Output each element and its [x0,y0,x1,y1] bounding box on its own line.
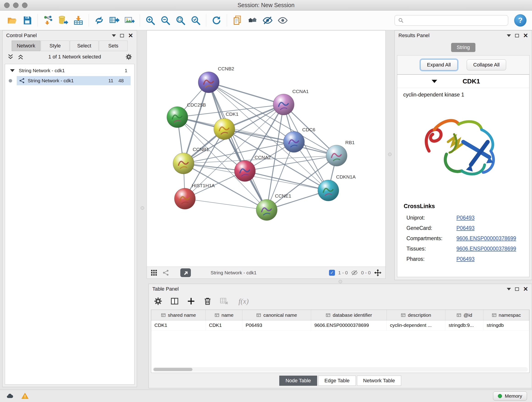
column-header[interactable]: @id [445,310,483,320]
new-network-from-selection-button[interactable] [93,14,106,27]
genecard-link[interactable]: P06493 [456,225,475,231]
network-node-CCNE1[interactable]: CCNE1 [256,193,291,220]
show-all-button[interactable] [276,14,289,27]
save-session-button[interactable] [21,14,34,27]
tissues-link[interactable]: 9606.ENSP00000378699 [456,246,516,252]
network-node-CCNB1[interactable]: CCNB1 [173,147,209,174]
left-splitter-grip[interactable] [141,206,144,210]
right-splitter-grip[interactable] [388,153,392,156]
selected-checkbox[interactable]: ✓ [329,270,335,276]
network-node-CDC25B[interactable]: CDC25B [167,102,206,128]
network-edge[interactable] [209,82,267,210]
column-header[interactable]: shared name [151,310,206,320]
tab-select[interactable]: Select [70,41,99,51]
tab-edge-table[interactable]: Edge Table [318,376,356,386]
tree-caret-icon[interactable] [10,69,15,72]
tab-network[interactable]: Network [12,41,40,51]
import-network-file-button[interactable] [41,14,55,27]
column-header[interactable]: database identifier [311,310,387,320]
gene-collapse-caret-icon[interactable] [432,80,437,83]
memory-button[interactable]: Memory [493,391,527,401]
minimize-window-button[interactable] [13,2,19,8]
open-session-button[interactable] [6,14,19,27]
network-edge[interactable] [245,171,328,191]
control-panel-maximize-button[interactable] [120,34,124,37]
export-image-button[interactable] [123,14,136,27]
new-table-button[interactable] [108,14,121,27]
tab-style[interactable]: Style [41,41,70,51]
hidden-eye-slash-icon[interactable] [351,269,358,276]
table-panel-close-button[interactable]: ✕ [523,286,528,292]
zoom-in-button[interactable] [144,14,157,27]
gear-icon[interactable] [125,53,132,60]
collapse-all-button[interactable]: Collapse All [467,59,506,70]
network-node-CDC6[interactable]: CDC6 [283,127,315,153]
table-settings-gear-icon[interactable] [154,297,162,306]
toolbar-search[interactable] [394,15,508,26]
node-label: CDK1 [226,111,239,117]
results-panel-float-button[interactable] [507,34,511,37]
network-node-RB1[interactable]: RB1 [326,140,355,166]
network-row[interactable]: String Network - cdk1 11 48 [5,76,134,86]
tab-sets[interactable]: Sets [99,41,128,51]
network-node-HIST1H1A[interactable]: HIST1H1A [174,183,215,209]
share-view-icon[interactable] [162,269,169,276]
network-collection-count: 1 [125,68,131,73]
copy-document-button[interactable] [231,14,244,27]
hide-selected-button[interactable] [261,14,274,27]
zoom-selected-button[interactable] [189,14,202,27]
network-node-CDKN1A[interactable]: CDKN1A [318,174,355,201]
table-panel-maximize-button[interactable] [515,287,519,291]
search-input[interactable] [406,18,505,23]
collapse-all-icon[interactable] [7,53,14,60]
gene-symbol: CDK1 [462,78,480,85]
column-header[interactable]: canonical name [242,310,311,320]
import-network-database-button[interactable] [57,14,70,27]
expand-all-icon[interactable] [17,53,24,60]
scrollbar-thumb[interactable] [153,368,192,371]
bottom-splitter-grip[interactable] [339,280,342,283]
import-table-button[interactable] [72,14,85,27]
tab-network-table[interactable]: Network Table [357,376,401,386]
uniprot-link[interactable]: P06493 [456,215,475,221]
column-header[interactable]: namespac [483,310,529,320]
help-button[interactable]: ? [514,14,526,27]
network-collection-row[interactable]: String Network - cdk1 1 [5,65,134,76]
results-panel-maximize-button[interactable] [515,34,519,37]
close-window-button[interactable] [4,2,10,8]
network-edge[interactable] [224,129,336,156]
zoom-fit-button[interactable] [174,14,187,27]
network-edge[interactable] [209,82,284,104]
pharos-link[interactable]: P06493 [456,256,475,262]
control-panel-close-button[interactable]: ✕ [128,32,133,38]
function-builder-button[interactable]: f(x) [239,297,249,306]
expand-all-button[interactable]: Expand All [420,59,457,70]
control-panel-float-button[interactable] [112,34,116,37]
gene-header[interactable]: CDK1 [397,75,529,88]
cloud-icon[interactable] [5,392,15,400]
table-row[interactable]: CDK1 CDK1 P06493 9606.ENSP00000378699 cy… [151,320,529,331]
delete-column-icon[interactable] [203,297,212,306]
network-node-CCNA1[interactable]: CCNA1 [273,89,309,115]
maximize-window-button[interactable] [22,2,27,8]
results-panel-close-button[interactable]: ✕ [523,32,528,38]
horizontal-scrollbar[interactable] [152,367,528,372]
tab-node-table[interactable]: Node Table [279,376,317,386]
select-columns-icon[interactable] [170,297,179,306]
add-column-icon[interactable] [187,297,196,306]
delete-table-icon[interactable] [220,297,228,306]
compartments-link[interactable]: 9606.ENSP00000378699 [456,235,516,242]
zoom-out-button[interactable] [159,14,172,27]
detach-view-button[interactable] [180,268,191,277]
column-header[interactable]: name [206,310,242,320]
tab-string[interactable]: String [451,43,475,52]
grid-view-icon[interactable] [151,269,157,276]
warning-icon[interactable] [20,392,30,400]
refresh-button[interactable] [210,14,223,27]
table-panel-float-button[interactable] [507,288,511,290]
pan-move-icon[interactable] [374,269,382,277]
network-canvas[interactable]: CCNB2CCNA1CDC25BCDK1CDC6RB1CCNB1CCNA2CDK… [147,31,385,267]
network-edge[interactable] [185,199,267,210]
home-button[interactable] [246,14,259,27]
column-header[interactable]: description [387,310,445,320]
